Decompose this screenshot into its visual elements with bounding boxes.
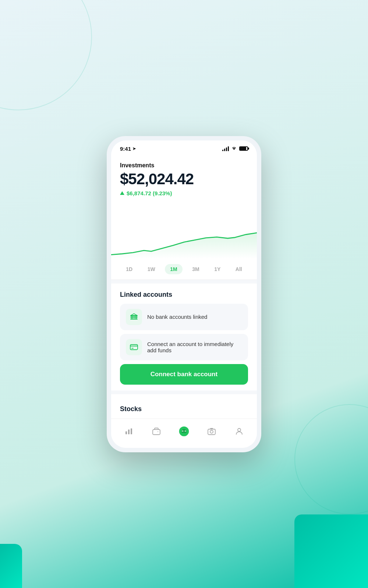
nav-account[interactable] xyxy=(226,424,253,439)
status-bar: 9:41 ➤ xyxy=(111,140,257,155)
time-filters: 1D 1W 1M 3M 1Y All xyxy=(111,259,257,280)
gain-value: $6,874.72 (9.23%) xyxy=(127,190,172,196)
person-icon xyxy=(235,427,244,436)
wallet-icon xyxy=(152,427,161,436)
linked-accounts-title: Linked accounts xyxy=(120,291,248,299)
status-icons xyxy=(222,146,248,152)
svg-point-14 xyxy=(238,428,241,431)
connect-bank-button[interactable]: Connect bank account xyxy=(120,364,248,385)
up-arrow-icon xyxy=(120,191,124,195)
total-value: $52,024.42 xyxy=(120,170,248,188)
gain-row: $6,874.72 (9.23%) xyxy=(120,190,248,196)
time-display: 9:41 xyxy=(120,146,131,152)
bg-decor-1 xyxy=(0,0,92,110)
wifi-icon xyxy=(231,146,237,152)
svg-rect-4 xyxy=(153,430,160,435)
filter-all[interactable]: All xyxy=(230,264,247,274)
header-section: Investments $52,024.42 $6,874.72 (9.23%) xyxy=(111,155,257,200)
teal-corner-left xyxy=(0,544,22,588)
svg-rect-7 xyxy=(181,432,187,433)
investments-label: Investments xyxy=(120,162,248,169)
svg-rect-3 xyxy=(131,428,132,434)
bottom-nav xyxy=(111,418,257,448)
card-icon xyxy=(130,343,138,352)
svg-point-11 xyxy=(185,431,186,431)
filter-1w[interactable]: 1W xyxy=(142,264,160,274)
scroll-content[interactable]: Investments $52,024.42 $6,874.72 (9.23%) xyxy=(111,155,257,448)
bank-icon xyxy=(130,313,138,321)
spy-icon xyxy=(179,426,189,436)
page-background: 9:41 ➤ xyxy=(0,0,368,588)
no-bank-text: No bank accounts linked xyxy=(147,314,207,320)
signal-icon xyxy=(222,146,229,151)
filter-1y[interactable]: 1Y xyxy=(209,264,226,274)
stocks-title: Stocks xyxy=(120,405,248,413)
price-chart xyxy=(111,200,257,259)
camera-icon xyxy=(207,427,216,436)
svg-point-13 xyxy=(210,430,213,433)
phone-device: 9:41 ➤ xyxy=(107,136,261,452)
svg-rect-1 xyxy=(125,431,127,434)
phone-screen: 9:41 ➤ xyxy=(111,140,257,448)
filter-3m[interactable]: 3M xyxy=(187,264,204,274)
card-icon-box xyxy=(126,339,142,355)
nav-portfolio[interactable] xyxy=(142,424,170,439)
svg-rect-0 xyxy=(130,345,138,350)
chart-svg xyxy=(111,200,257,259)
svg-rect-2 xyxy=(128,430,130,434)
teal-corner-right xyxy=(294,514,368,588)
bank-icon-box xyxy=(126,309,142,325)
filter-1d[interactable]: 1D xyxy=(121,264,138,274)
filter-1m[interactable]: 1M xyxy=(165,264,182,274)
section-divider-1 xyxy=(111,280,257,284)
location-icon: ➤ xyxy=(132,146,136,151)
status-time: 9:41 ➤ xyxy=(120,146,136,152)
section-divider-2 xyxy=(111,391,257,394)
svg-point-10 xyxy=(183,431,183,431)
nav-home[interactable] xyxy=(170,423,198,439)
connect-account-card: Connect an account to immediately add fu… xyxy=(120,334,248,360)
connect-account-text: Connect an account to immediately add fu… xyxy=(147,341,242,353)
battery-icon xyxy=(239,146,248,151)
chart-bar-icon xyxy=(124,427,133,436)
no-bank-row: No bank accounts linked xyxy=(126,309,242,325)
nav-scan[interactable] xyxy=(198,424,226,439)
no-bank-card: No bank accounts linked xyxy=(120,304,248,330)
nav-markets[interactable] xyxy=(115,424,142,439)
linked-accounts-section: Linked accounts No bank accounts linked xyxy=(111,284,257,391)
connect-row: Connect an account to immediately add fu… xyxy=(126,339,242,355)
bg-decor-2 xyxy=(294,404,368,514)
